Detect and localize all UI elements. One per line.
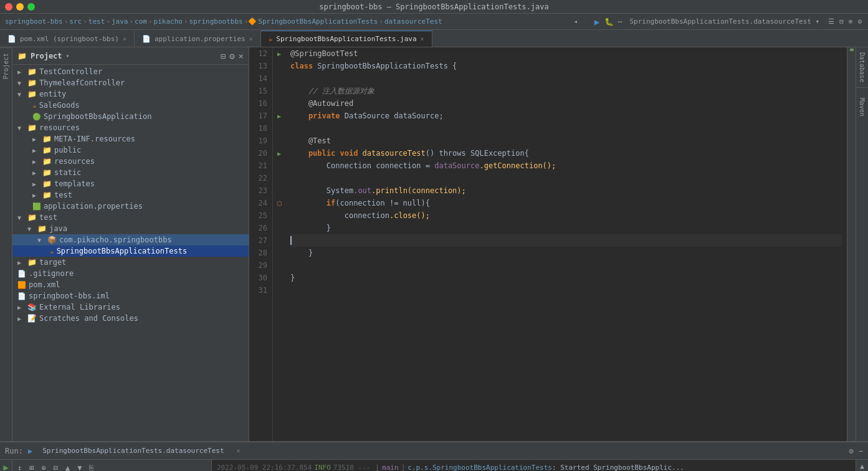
expand-arrow: ▶ (32, 192, 40, 199)
toolbar-icon-2[interactable]: ⊟ (839, 17, 844, 26)
main-area: Project 📁 Project ▾ ⊟ ⚙ × ▶ 📁 TestContro… (0, 47, 868, 441)
tree-item-target[interactable]: ▶ 📁 target (12, 257, 249, 268)
toolbar-icon-4[interactable]: ⚙ (857, 17, 862, 26)
code-line-31 (290, 284, 842, 297)
run-gutter-icon: ▶ (277, 50, 281, 57)
tree-item-templates[interactable]: ▶ 📁 templates (12, 178, 249, 189)
tree-item-java[interactable]: ▼ 📁 java (12, 223, 249, 234)
debug-icon[interactable]: 🐛 (604, 17, 614, 26)
tree-item-gitignore[interactable]: 📄 .gitignore (12, 268, 249, 279)
tree-item-test[interactable]: ▼ 📁 test (12, 212, 249, 223)
tree-item-resources[interactable]: ▼ 📁 resources (12, 122, 249, 133)
code-line-29 (290, 259, 842, 272)
run-tab-close-icon[interactable]: × (237, 447, 241, 454)
gutter-run-20[interactable]: ▶ (273, 147, 285, 159)
expand-arrow: ▶ (32, 169, 40, 176)
breadcrumb-nav: ◂ ▸ ▶ 🐛 ⋯ SpringbootBbsApplicationTests.… (574, 17, 863, 27)
log-output[interactable]: 2022-05-09 22:16:37.854 INFO 73518 --- [… (212, 460, 856, 471)
tree-item-external-libs[interactable]: ▶ 📚 External Libraries (12, 302, 249, 313)
tab-close-icon[interactable]: × (249, 36, 253, 42)
sidebar-header-icons: ⊟ ⚙ × (221, 51, 244, 61)
toolbar-icon-1[interactable]: ☰ (828, 17, 834, 26)
tree-item-entity[interactable]: ▼ 📁 entity (12, 88, 249, 100)
toolbar-icon-3[interactable]: ⊕ (849, 17, 853, 26)
run-tab[interactable]: SpringbootBbsApplicationTests.datasource… (37, 445, 229, 456)
breadcrumb-class[interactable]: SpringbootBbsApplicationTests (258, 17, 378, 26)
tree-item-label: TestController (39, 67, 102, 76)
test-expand-icon[interactable]: ⊕ (39, 462, 48, 472)
code-line-23: System.out.println(connection); (290, 184, 842, 197)
database-panel-label[interactable]: Database (856, 47, 868, 88)
project-panel-label[interactable]: Project (0, 47, 12, 84)
breadcrumb-com[interactable]: com (135, 17, 147, 26)
scroll-up-icon[interactable]: ▲ (860, 462, 864, 470)
test-next-icon[interactable]: ▼ (75, 462, 84, 472)
tree-item-label: META-INF.resources (54, 135, 135, 143)
settings-icon[interactable]: ⚙ (229, 51, 234, 61)
breadcrumb-src[interactable]: src (69, 17, 82, 26)
tree-item-testcontroller[interactable]: ▶ 📁 TestController (12, 66, 249, 77)
folder-icon: 📁 (42, 168, 52, 177)
gutter-run-17[interactable]: ▶ (273, 110, 285, 122)
test-collapse-icon[interactable]: ⊟ (51, 462, 60, 472)
tree-item-package[interactable]: ▼ 📦 com.pikacho.springbootbbs (12, 234, 249, 245)
nav-forward-icon[interactable]: ▸ (583, 17, 587, 26)
tree-item-meta-inf[interactable]: ▶ 📁 META-INF.resources (12, 133, 249, 145)
gutter-26 (273, 222, 285, 234)
tab-springbootbbs-tests[interactable]: ☕ SpringbootBbsApplicationTests.java × (261, 31, 432, 47)
tab-close-icon[interactable]: × (123, 36, 126, 42)
more-options-icon[interactable]: ⋯ (618, 17, 622, 26)
tab-application-properties[interactable]: 📄 application.properties × (135, 31, 261, 47)
tree-item-springbootbbsapp[interactable]: 🟢 SpringbootBbsApplication (12, 111, 249, 122)
gutter-run-12[interactable]: ▶ (273, 47, 285, 60)
tree-item-iml[interactable]: 📄 springboot-bbs.iml (12, 290, 249, 302)
breadcrumb-method[interactable]: datasourceTest (384, 17, 442, 26)
xml-file-icon: 📄 (7, 35, 16, 43)
breadcrumb-java[interactable]: java (112, 17, 128, 26)
tree-item-static[interactable]: ▶ 📁 static (12, 167, 249, 178)
breadcrumb-springbootbbs[interactable]: springbootbbs (189, 17, 243, 26)
breadcrumb[interactable]: springboot-bbs (5, 17, 63, 26)
close-sidebar-icon[interactable]: × (239, 51, 244, 61)
xml-file-icon: 🟧 (17, 281, 26, 289)
gutter-debug-24[interactable]: ⬡ (273, 197, 285, 209)
folder-icon: 📁 (27, 213, 37, 222)
dropdown-icon[interactable]: ▾ (66, 52, 70, 59)
test-export-icon[interactable]: ⎘ (87, 462, 96, 472)
breadcrumb-test[interactable]: test (88, 17, 105, 26)
code-content[interactable]: @SpringBootTest class SpringbootBbsAppli… (285, 47, 847, 441)
gutter-13 (273, 60, 285, 72)
breadcrumb-pikacho[interactable]: pikacho (154, 17, 183, 26)
collapse-all-icon[interactable]: ⊟ (221, 51, 226, 61)
nav-back-icon[interactable]: ◂ (574, 17, 578, 26)
folder-icon: 📁 (27, 258, 37, 267)
tree-item-appprops[interactable]: 🟩 application.properties (12, 201, 249, 212)
tree-item-test-folder[interactable]: ▶ 📁 test (12, 189, 249, 201)
tree-item-test-class[interactable]: ☕ SpringbootBbsApplicationTests (12, 245, 249, 257)
java-main-icon: 🟢 (32, 113, 41, 121)
tab-close-icon[interactable]: × (421, 36, 424, 42)
test-filter-icon[interactable]: ⊞ (27, 462, 36, 472)
test-prev-icon[interactable]: ▲ (63, 462, 72, 472)
close-button[interactable] (5, 3, 12, 11)
tree-item-resources2[interactable]: ▶ 📁 resources (12, 156, 249, 167)
maximize-button[interactable] (27, 3, 35, 11)
tree-item-salegoods[interactable]: ☕ SaleGoods (12, 100, 249, 111)
close-panel-icon[interactable]: − (859, 447, 863, 455)
tree-item-thymeleaf[interactable]: ▼ 📁 ThymeleafController (12, 77, 249, 88)
tab-pom-xml[interactable]: 📄 pom.xml (springboot-bbs) × (0, 31, 135, 47)
code-line-15: // 注入数据源对象 (290, 85, 842, 97)
play-button[interactable]: ▶ (3, 462, 8, 471)
run-icon[interactable]: ▶ (594, 17, 599, 27)
run-config-dropdown[interactable]: SpringbootBbsApplicationTests.datasource… (624, 17, 824, 26)
log-right-strip: ▲ ▼ (856, 460, 868, 471)
tree-item-scratches[interactable]: ▶ 📝 Scratches and Consoles (12, 313, 249, 324)
tree-item-pom[interactable]: 🟧 pom.xml (12, 279, 249, 290)
tree-item-label: resources (39, 123, 80, 132)
window-controls[interactable] (5, 3, 35, 11)
settings-gear-icon[interactable]: ⚙ (849, 447, 854, 455)
tree-item-public[interactable]: ▶ 📁 public (12, 145, 249, 156)
minimize-button[interactable] (16, 3, 24, 11)
maven-panel-label[interactable]: Maven (856, 93, 868, 121)
test-sort-icon[interactable]: ↕ (15, 462, 24, 472)
